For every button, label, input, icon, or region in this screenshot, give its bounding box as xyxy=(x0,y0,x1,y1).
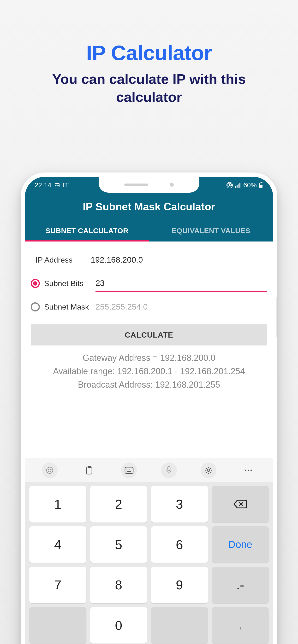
subnet-bits-input[interactable]: 23 xyxy=(95,275,267,292)
phone-mockup: 22:14 60% IP Sub xyxy=(21,172,277,644)
key-2[interactable]: 2 xyxy=(90,486,147,522)
key-3[interactable]: 3 xyxy=(151,486,208,522)
battery-icon xyxy=(259,182,263,188)
subnet-bits-radio[interactable]: Subnet Bits xyxy=(31,279,91,288)
key-8[interactable]: 8 xyxy=(90,566,147,603)
svg-rect-5 xyxy=(235,186,236,188)
key-backspace[interactable] xyxy=(212,486,269,522)
promo-subtitle: You can calculate IP with this calculato… xyxy=(0,70,298,106)
result-broadcast: Broadcast Address: 192.168.201.255 xyxy=(33,378,265,392)
keyboard-switch-icon[interactable] xyxy=(121,462,137,478)
phone-camera xyxy=(170,183,174,187)
book-icon xyxy=(63,182,70,188)
result-range: Available range: 192.168.200.1 - 192.168… xyxy=(33,365,265,378)
radio-checked-icon xyxy=(31,279,40,288)
more-icon[interactable] xyxy=(240,462,256,478)
svg-point-2 xyxy=(229,184,230,186)
key-1[interactable]: 1 xyxy=(29,486,86,522)
subnet-bits-label: Subnet Bits xyxy=(44,279,83,288)
key-7[interactable]: 7 xyxy=(29,566,86,603)
key-comma[interactable]: , xyxy=(212,607,269,644)
phone-notch xyxy=(99,177,199,192)
key-blank-left[interactable] xyxy=(29,607,86,644)
row-ip-address: IP Address 192.168.200.0 xyxy=(31,248,267,272)
key-6[interactable]: 6 xyxy=(151,526,208,563)
svg-point-28 xyxy=(250,470,252,471)
calculate-button[interactable]: CALCULATE xyxy=(31,324,267,346)
svg-rect-7 xyxy=(238,184,239,188)
svg-point-14 xyxy=(50,469,51,470)
key-4[interactable]: 4 xyxy=(29,526,86,563)
ip-address-label: IP Address xyxy=(31,256,86,264)
results-panel: Gateway Address = 192.168.200.0 Availabl… xyxy=(31,346,267,397)
keyboard-toolbar xyxy=(25,458,273,482)
key-done[interactable]: Done xyxy=(212,526,269,563)
svg-rect-6 xyxy=(237,185,238,188)
promo-title: IP Calculator xyxy=(0,0,298,65)
hotspot-icon xyxy=(226,182,233,188)
subnet-mask-input[interactable]: 255.255.254.0 xyxy=(95,299,267,315)
clipboard-icon[interactable] xyxy=(81,462,97,478)
svg-rect-16 xyxy=(88,466,90,468)
svg-point-27 xyxy=(248,470,249,471)
row-subnet-bits: Subnet Bits 23 xyxy=(31,272,267,295)
svg-rect-23 xyxy=(168,466,170,471)
subnet-mask-label: Subnet Mask xyxy=(44,302,89,312)
tab-equivalent-values[interactable]: EQUIVALENT VALUES xyxy=(149,220,273,242)
svg-rect-15 xyxy=(87,467,92,474)
key-9[interactable]: 9 xyxy=(151,566,208,603)
key-5[interactable]: 5 xyxy=(90,526,147,563)
status-battery-text: 60% xyxy=(243,181,257,189)
subnet-mask-radio[interactable]: Subnet Mask xyxy=(31,302,91,312)
signal-icon xyxy=(235,183,241,188)
svg-point-13 xyxy=(48,469,49,470)
radio-unchecked-icon xyxy=(31,302,40,312)
result-gateway: Gateway Address = 192.168.200.0 xyxy=(33,351,265,365)
numeric-keyboard: 1 2 3 4 5 6 Done 7 8 9 .- 0 , xyxy=(25,482,273,644)
svg-point-25 xyxy=(207,469,210,472)
image-icon xyxy=(54,182,60,188)
row-subnet-mask: Subnet Mask 255.255.254.0 xyxy=(31,295,267,319)
emoji-icon[interactable] xyxy=(42,462,58,478)
tab-subnet-calculator[interactable]: SUBNET CALCULATOR xyxy=(25,220,149,242)
svg-point-26 xyxy=(245,470,246,471)
key-blank-right[interactable] xyxy=(151,607,208,644)
phone-side-button xyxy=(276,297,277,338)
app-bar-title: IP Subnet Mask Calculator xyxy=(25,194,273,220)
tab-bar: SUBNET CALCULATOR EQUIVALENT VALUES xyxy=(25,220,273,242)
svg-rect-8 xyxy=(239,183,240,188)
settings-icon[interactable] xyxy=(201,462,216,478)
key-0[interactable]: 0 xyxy=(90,607,147,644)
microphone-icon[interactable] xyxy=(161,462,177,478)
status-time: 22:14 xyxy=(35,181,51,189)
phone-speaker xyxy=(124,184,148,186)
key-dot-dash[interactable]: .- xyxy=(212,566,269,603)
svg-point-12 xyxy=(47,467,53,474)
svg-rect-17 xyxy=(125,467,133,474)
svg-rect-11 xyxy=(260,185,262,188)
ip-address-input[interactable]: 192.168.200.0 xyxy=(91,252,267,268)
